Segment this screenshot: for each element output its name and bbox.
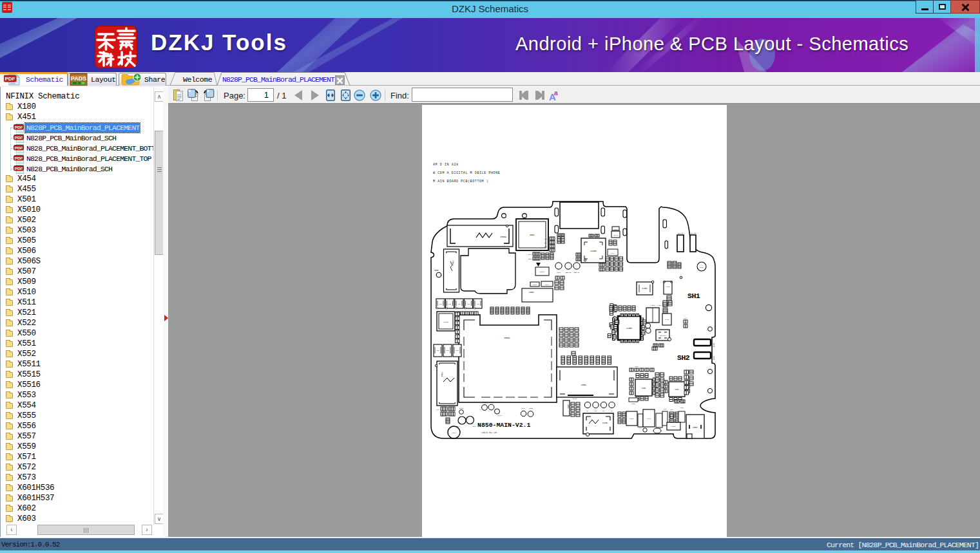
svg-text:SIM1: SIM1	[713, 343, 715, 348]
svg-text:N850-MAIN-V2.1: N850-MAIN-V2.1	[477, 422, 530, 429]
svg-text:PDF: PDF	[5, 76, 15, 82]
svg-text:C454: C454	[611, 252, 615, 254]
svg-text:C261: C261	[671, 409, 675, 411]
svg-text:U1306: U1306	[590, 250, 596, 252]
svg-text:TP317: TP317	[490, 401, 494, 403]
svg-text:C306: C306	[672, 426, 676, 427]
svg-text:AM O IN 828: AM O IN 828	[433, 163, 459, 167]
svg-text:C706: C706	[635, 366, 639, 368]
svg-text:K038: K038	[664, 408, 668, 410]
svg-text:U002: U002	[630, 418, 634, 420]
svg-text:CM801: CM801	[581, 384, 587, 386]
svg-text:C840: C840	[528, 254, 532, 256]
svg-text:PADS: PADS	[71, 75, 86, 82]
svg-text:TP106: TP106	[521, 408, 526, 409]
svg-text:a: a	[554, 89, 558, 97]
svg-text:K1306: K1306	[642, 288, 648, 290]
svg-text:C1303: C1303	[657, 305, 662, 306]
svg-text:R80: R80	[544, 238, 548, 240]
svg-text:CA04: CA04	[567, 404, 569, 409]
svg-text:V812: V812	[436, 409, 440, 411]
svg-text:PDF: PDF	[15, 145, 23, 150]
svg-text:PDF: PDF	[15, 125, 23, 129]
svg-text:T808: T808	[434, 270, 439, 272]
svg-text:WK02: WK02	[700, 267, 704, 268]
svg-text:T800: T800	[441, 372, 443, 377]
svg-text:U700: U700	[642, 388, 646, 389]
svg-text:V805: V805	[557, 272, 561, 274]
svg-text:TP320: TP320	[459, 408, 464, 409]
svg-text:R852: R852	[528, 258, 532, 260]
svg-text:C259: C259	[682, 401, 686, 403]
svg-text:U1305: U1305	[626, 328, 632, 330]
svg-text:M AIN BOARD PCB(BOTTOM ): M AIN BOARD PCB(BOTTOM )	[433, 180, 488, 183]
svg-text:FM05: FM05	[680, 407, 684, 409]
svg-text:U801: U801	[530, 234, 535, 236]
svg-text:R702: R702	[631, 403, 635, 405]
svg-text:PDF: PDF	[15, 135, 23, 140]
svg-text:FB407: FB407	[613, 234, 618, 236]
svg-text:CM60A: CM60A	[500, 236, 506, 238]
svg-text:U701: U701	[675, 389, 679, 391]
svg-text:2013.01.25: 2013.01.25	[481, 431, 497, 434]
svg-text:U1303: U1303	[443, 321, 448, 323]
svg-text:Y1300: Y1300	[666, 286, 670, 288]
svg-text:R83: R83	[544, 250, 548, 252]
svg-text:C045: C045	[545, 284, 549, 286]
svg-text:LCD301: LCD301	[539, 271, 545, 273]
svg-text:R000: R000	[684, 317, 688, 319]
svg-text:SH2: SH2	[677, 353, 690, 362]
svg-text:B1017: B1017	[498, 415, 503, 417]
svg-text:USB_ON: USB_ON	[566, 272, 572, 274]
svg-text:L1306: L1306	[650, 305, 655, 306]
svg-text:R002: R002	[533, 284, 537, 286]
svg-text:CN002: CN002	[529, 292, 534, 294]
svg-text:K1005: K1005	[665, 319, 669, 321]
svg-text:USB_OP: USB_OP	[574, 272, 580, 274]
svg-text:PDF: PDF	[15, 156, 23, 160]
svg-text:FIL1306: FIL1306	[660, 335, 666, 337]
svg-text:TP305: TP305	[529, 408, 533, 409]
svg-text:TP318: TP318	[483, 401, 487, 403]
svg-text:R815: R815	[614, 229, 618, 230]
svg-text:L712: L712	[647, 418, 651, 420]
svg-text:T802: T802	[452, 261, 454, 265]
svg-text:R82: R82	[544, 246, 548, 248]
svg-text:SH1: SH1	[687, 292, 700, 300]
svg-text:CH802: CH802	[693, 427, 698, 429]
svg-text:W CDM A DIGITAL M OBILE PHONE: W CDM A DIGITAL M OBILE PHONE	[433, 171, 500, 175]
svg-text:A0804: A0804	[452, 432, 456, 434]
svg-text:ANT1003: ANT1003	[677, 232, 684, 234]
svg-text:PDF: PDF	[15, 166, 23, 171]
svg-text:CM601: CM601	[504, 337, 510, 339]
svg-text:ANT KBW: ANT KBW	[690, 232, 697, 234]
svg-text:C264: C264	[639, 427, 643, 429]
svg-text:R81: R81	[544, 242, 548, 244]
svg-text:SIM2: SIM2	[713, 356, 715, 361]
svg-text:A0803: A0803	[472, 426, 476, 427]
svg-text:CN200: CN200	[602, 422, 608, 424]
svg-text:TP403: TP403	[573, 398, 577, 400]
